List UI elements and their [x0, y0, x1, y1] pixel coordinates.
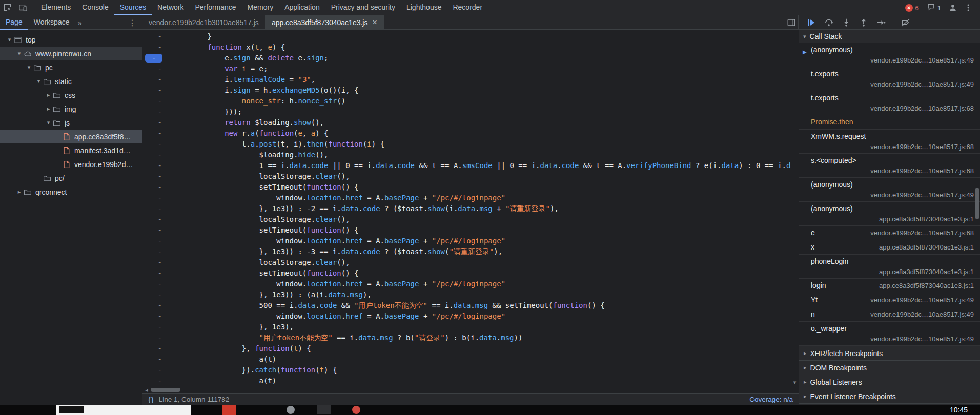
close-icon[interactable]: × [372, 18, 377, 27]
code-text[interactable]: setTimeout(function() { [169, 225, 791, 236]
gutter-cell[interactable]: - [142, 365, 169, 376]
stack-frame-phonelogin[interactable]: phoneLoginapp.ce8a3df5f873040ac1e3.js:1 [799, 255, 980, 279]
stack-frame-yt[interactable]: Ytvendor.e199b2dc…10ae8517.js:49 [799, 293, 980, 307]
frame-location[interactable]: app.ce8a3df5f873040ac1e3.js:1 [811, 215, 974, 223]
frame-location[interactable]: app.ce8a3df5f873040ac1e3.js:1 [879, 281, 974, 290]
gutter-cell[interactable]: - [142, 85, 169, 96]
gutter-cell[interactable]: - [142, 279, 169, 289]
code-text[interactable]: }).catch(function(t) { [169, 365, 791, 376]
sidebar-scroll-thumb[interactable] [975, 188, 979, 219]
frame-location[interactable]: vendor.e199b2dc…10ae8517.js:49 [811, 80, 974, 89]
gutter-cell[interactable]: - [142, 96, 169, 107]
code-text[interactable]: e.sign && delete e.sign; [169, 53, 791, 64]
tree-item-manifest-3ad1d[interactable]: manifest.3ad1d… [0, 143, 142, 157]
code-text[interactable]: }, 1e3)) : (a(i.data.msg), [169, 289, 791, 300]
gutter-cell[interactable]: - [142, 311, 169, 322]
tree-collapsed-icon[interactable]: ▸ [44, 92, 53, 98]
code-text[interactable]: setTimeout(function() { [169, 182, 791, 193]
navigator-tab-workspace[interactable]: Workspace [28, 15, 75, 30]
tab-performance[interactable]: Performance [189, 0, 241, 15]
tree-expanded-icon[interactable]: ▾ [5, 36, 14, 43]
tree-item-pc[interactable]: pc/ [0, 171, 142, 185]
tab-sources[interactable]: Sources [114, 0, 152, 15]
pretty-print-icon[interactable]: { } [148, 396, 153, 403]
code-text[interactable]: i.sign = h.exchangeMD5(o()(i, { [169, 85, 791, 96]
stack-frame-o-wrapper[interactable]: o._wrappervendor.e199b2dc…10ae8517.js:49 [799, 322, 980, 346]
gutter-cell[interactable]: - [142, 150, 169, 160]
gutter-cell[interactable]: - [142, 333, 169, 343]
gutter-cell[interactable]: - [142, 160, 169, 171]
gutter-cell[interactable]: - [142, 376, 169, 386]
code-text[interactable]: nonce_str: h.nonce_str() [169, 96, 791, 107]
tree-item-vendor-e199b2d[interactable]: vendor.e199b2d… [0, 157, 142, 171]
stack-frame-xmwm-s-request[interactable]: XmWM.s.requestvendor.e199b2dc…10ae8517.j… [799, 130, 980, 154]
coverage-link[interactable]: Coverage: n/a [749, 396, 793, 403]
tree-item-static[interactable]: ▾static [0, 74, 142, 88]
stack-frame-anonymous[interactable]: ▶(anonymous)vendor.e199b2dc…10ae8517.js:… [799, 43, 980, 67]
gutter-cell[interactable]: - [142, 42, 169, 53]
code-text[interactable]: }, 1e3)) : -2 == i.data.code ? ($toast.s… [169, 203, 791, 214]
horizontal-scroll-thumb[interactable] [151, 388, 180, 392]
frame-location[interactable]: vendor.e199b2dc…10ae8517.js:49 [811, 335, 974, 343]
code-text[interactable]: new r.a(function(e, a) { [169, 128, 791, 139]
code-text[interactable]: window.location.href = A.basePage + "/pc… [169, 236, 791, 246]
gutter-cell[interactable]: - [142, 225, 169, 236]
code-text[interactable]: return $loading.show(), [169, 117, 791, 128]
code-text[interactable]: $loading.hide(), [169, 150, 791, 160]
gutter-cell[interactable]: - [142, 74, 169, 85]
code-text[interactable]: i.terminalCode = "3", [169, 74, 791, 85]
scroll-left-icon[interactable]: ◂ [142, 387, 151, 393]
gutter-cell[interactable]: - [142, 289, 169, 300]
tree-item-app-ce8a3df5f8[interactable]: app.ce8a3df5f8… [0, 130, 142, 143]
gutter-cell[interactable]: - [142, 343, 169, 354]
issues-badge[interactable]: 1 [923, 3, 945, 12]
tree-expanded-icon[interactable]: ▾ [34, 78, 43, 85]
call-stack-header[interactable]: ▾ Call Stack [799, 30, 980, 43]
tab-application[interactable]: Application [279, 0, 325, 15]
tree-item-pc[interactable]: ▾pc [0, 60, 142, 74]
tree-collapsed-icon[interactable]: ▸ [44, 106, 53, 112]
gutter-cell[interactable]: - [142, 193, 169, 203]
stack-frame-anonymous[interactable]: (anonymous)app.ce8a3df5f873040ac1e3.js:1 [799, 202, 980, 226]
frame-location[interactable]: vendor.e199b2dc…10ae8517.js:68 [811, 167, 974, 175]
step-over-button[interactable] [820, 15, 838, 30]
navigator-more-icon[interactable]: ⋮ [122, 18, 142, 28]
gutter-cell[interactable]: - [142, 354, 169, 365]
gutter-cell[interactable]: - [142, 203, 169, 214]
code-text[interactable]: 1 == i.data.code || 0 == i.data.code && … [169, 160, 791, 171]
section-dom-breakpoints[interactable]: ▸DOM Breakpoints [799, 361, 980, 375]
code-text[interactable]: window.location.href = A.basePage + "/pc… [169, 279, 791, 289]
code-text[interactable]: "用户token不能为空" == i.data.msg ? b("请登录") :… [169, 333, 791, 343]
breakpoint-icon[interactable]: - [145, 54, 162, 63]
tree-item-qrconnect[interactable]: ▸qrconnect [0, 185, 142, 199]
tab-console[interactable]: Console [76, 0, 114, 15]
gutter-cell[interactable]: - [142, 171, 169, 182]
tab-memory[interactable]: Memory [242, 0, 279, 15]
deactivate-breakpoints-button[interactable] [897, 15, 914, 30]
gutter-cell[interactable]: - [142, 257, 169, 268]
code-text[interactable]: }, function(t) { [169, 343, 791, 354]
gutter-cell[interactable]: - [142, 236, 169, 246]
navigator-tab-page[interactable]: Page [0, 15, 28, 30]
stack-frame-n[interactable]: nvendor.e199b2dc…10ae8517.js:49 [799, 307, 980, 322]
code-text[interactable]: var i = e; [169, 64, 791, 74]
stack-frame-login[interactable]: loginapp.ce8a3df5f873040ac1e3.js:1 [799, 279, 980, 293]
frame-location[interactable]: app.ce8a3df5f873040ac1e3.js:1 [879, 243, 974, 252]
file-tab-app-ce8a3df5f873040ac1e3-js[interactable]: app.ce8a3df5f873040ac1e3.js× [266, 15, 384, 30]
frame-location[interactable]: vendor.e199b2dc…10ae8517.js:68 [870, 229, 974, 237]
code-text[interactable]: }, 1e3), [169, 322, 791, 333]
gutter-cell[interactable]: - [142, 139, 169, 150]
frame-location[interactable]: vendor.e199b2dc…10ae8517.js:49 [811, 56, 974, 65]
code-text[interactable]: window.location.href = A.basePage + "/pc… [169, 311, 791, 322]
frame-location[interactable]: vendor.e199b2dc…10ae8517.js:68 [811, 104, 974, 113]
toggle-debugger-sidebar-icon[interactable] [787, 15, 796, 30]
device-toolbar-icon[interactable] [15, 0, 31, 15]
frame-location[interactable]: vendor.e199b2dc…10ae8517.js:49 [870, 296, 974, 304]
code-text[interactable]: l.a.post(t, i).then(function(i) { [169, 139, 791, 150]
tab-elements[interactable]: Elements [35, 0, 76, 15]
error-count-badge[interactable]: × 6 [901, 4, 923, 12]
tree-item-www-pinrenwu-cn[interactable]: ▾www.pinrenwu.cn [0, 47, 142, 60]
step-button[interactable] [872, 15, 890, 30]
code-text[interactable]: a(t) [169, 376, 791, 386]
tab-lighthouse[interactable]: Lighthouse [401, 0, 447, 15]
